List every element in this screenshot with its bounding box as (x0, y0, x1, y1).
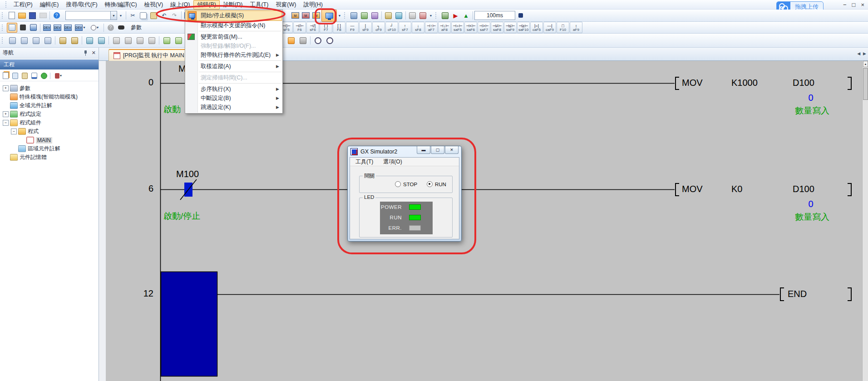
program-check-icon[interactable] (349, 11, 359, 20)
new-project-icon[interactable] (7, 11, 16, 20)
scroll-up-icon[interactable]: ▲ (863, 61, 868, 67)
radio-stop[interactable]: STOP (395, 181, 417, 187)
ladder-pulse-up-button[interactable]: ↑sF7 (399, 22, 411, 33)
tab-scroll-left-icon[interactable]: ◀ (857, 51, 860, 56)
ladder-delete-vline-button[interactable]: ┘cF10 (385, 22, 398, 33)
step-marker-icon[interactable]: ▲ (461, 11, 471, 20)
close-icon[interactable]: ✕ (92, 50, 96, 56)
pin-icon[interactable] (82, 50, 89, 56)
ladder-compare-gt-button[interactable]: ⊣>⊢saF7 (478, 22, 490, 33)
tree-item-parameter[interactable]: +參數 (0, 84, 99, 93)
tree-item-local-comment[interactable]: 區域元件註解 (0, 144, 99, 153)
menu-help[interactable]: 說明(H) (300, 0, 326, 10)
tree-item-global-comment[interactable]: 全域元件註解 (0, 101, 99, 110)
device-monitor-icon[interactable]: DEV▼ (74, 23, 87, 32)
ladder-compare-ne-button[interactable]: ⊣≠⊢saF8 (491, 22, 503, 33)
save-icon[interactable] (28, 11, 37, 20)
insert-row-icon[interactable] (7, 35, 18, 46)
menu-diagnostics[interactable]: 診斷(D) (220, 0, 246, 10)
ladder-converge-button[interactable]: —|caF9 (543, 22, 556, 33)
delete-line-icon[interactable] (69, 35, 80, 46)
scrollbar-thumb[interactable] (863, 68, 868, 100)
tree-item-pou[interactable]: −程式組件 (0, 119, 99, 127)
monitor-stop-icon[interactable]: M (301, 11, 311, 20)
minimize-icon[interactable]: ▬ (417, 146, 430, 154)
watch-window-icon[interactable] (440, 11, 450, 20)
monitor-write-mode-icon[interactable] (146, 35, 157, 46)
copy-block-icon[interactable] (84, 35, 95, 46)
menu-tools[interactable]: 工具(T) (246, 0, 272, 10)
insert-column-icon[interactable] (30, 35, 41, 46)
ladder-close-branch-button[interactable]: ⊣/|sF6 (306, 22, 319, 33)
zoom-icon[interactable] (408, 11, 417, 20)
navigation-toggle-icon[interactable] (7, 23, 17, 33)
expand-icon[interactable]: + (3, 111, 9, 117)
options-icon[interactable] (297, 35, 308, 46)
ladder-pulse-down-button[interactable]: ↓sF8 (412, 22, 424, 33)
menu-find-replace[interactable]: 搜尋/取代(F) (62, 0, 101, 10)
find-device-icon[interactable]: ▼ (88, 23, 102, 32)
highlight-icon[interactable] (286, 35, 296, 46)
menu-item-show-unsupported[interactable]: 顯示模擬不支援的指令(N) (185, 21, 282, 30)
tree-item-device-memory[interactable]: 元件記憶體 (0, 153, 99, 162)
ladder-open-branch-button[interactable]: ⊣/⊢F6 (293, 22, 306, 33)
gx-simulator2-window[interactable]: GX Simulator2 ▬ ▢ ✕ 工具(T) 選項(O) 開關 STOP … (347, 146, 462, 242)
new-item-icon[interactable] (1, 72, 10, 80)
monitor-write-icon[interactable]: W (311, 11, 321, 20)
maximize-icon[interactable]: ▢ (431, 146, 444, 154)
vertical-scrollbar[interactable]: ▲ (862, 61, 868, 381)
device-comment-icon[interactable]: DEV (42, 23, 52, 32)
toolbar-overflow-icon[interactable]: ▼ (118, 11, 124, 20)
comment-edit-icon[interactable] (161, 35, 172, 46)
paste-icon[interactable] (149, 11, 158, 20)
function-block-icon[interactable] (18, 23, 28, 32)
undo-icon[interactable]: ↶ (159, 11, 169, 20)
statement-display-icon[interactable] (394, 11, 404, 20)
close-icon[interactable]: × (861, 1, 864, 8)
property-icon[interactable] (30, 72, 39, 80)
copy-icon[interactable] (138, 11, 148, 20)
zoom-out-icon[interactable] (324, 35, 335, 46)
open-project-icon[interactable] (17, 11, 27, 20)
radio-run[interactable]: RUN (427, 181, 446, 187)
menu-convert-compile[interactable]: 轉換/編譯(C) (101, 0, 141, 10)
menu-item-skip-setting[interactable]: 跳過設定(K)▶ (185, 103, 282, 112)
device-display-icon[interactable] (418, 11, 428, 20)
statement-edit-icon[interactable] (173, 35, 184, 46)
expand-icon[interactable]: + (3, 85, 9, 91)
tab-scroll-right-icon[interactable]: ▶ (863, 51, 866, 56)
tree-item-main[interactable]: MAIN (0, 136, 99, 144)
restore-icon[interactable]: □ (852, 1, 856, 8)
menu-project[interactable]: 工程(P) (10, 0, 36, 10)
menu-edit[interactable]: 編輯(E) (36, 0, 63, 10)
simulator-menu-tools[interactable]: 工具(T) (355, 158, 373, 166)
tab-prg-monitor-main[interactable]: [PRG]監視 執行中 MAIN (108, 49, 189, 61)
edit-line-icon[interactable] (57, 35, 68, 46)
menu-item-sampling-trace[interactable]: 取樣追蹤(A)▶ (185, 62, 282, 71)
paste-item-icon[interactable] (20, 72, 29, 80)
monitor-start-icon[interactable]: M (291, 11, 300, 20)
ladder-compare-eq-button[interactable]: ⊣=⊢saF5 (451, 22, 464, 33)
output-window-icon[interactable] (29, 23, 38, 32)
start-stop-simulation-button[interactable] (321, 10, 337, 22)
ladder-edge-button[interactable]: ↕aF9 (570, 22, 582, 33)
chevron-down-icon[interactable]: ▼ (429, 11, 433, 20)
comment-display-icon[interactable] (384, 11, 393, 20)
filter-icon[interactable]: ▼ (52, 72, 65, 80)
ladder-invert-button[interactable]: |=|caF5 (530, 22, 543, 33)
ladder-hline-button[interactable]: —F9 (346, 22, 359, 33)
write-mode-icon[interactable] (123, 35, 133, 46)
ladder-vline-button[interactable]: |sF9 (359, 22, 372, 33)
ladder-application-button[interactable]: [ ]F8 (333, 22, 345, 33)
tree-item-program[interactable]: −程式 (0, 127, 99, 136)
zoom-in-icon[interactable] (312, 35, 323, 46)
minimize-icon[interactable]: − (843, 1, 847, 8)
menu-item-start-stop-simulation[interactable]: 開始/停止模擬(S) (186, 11, 281, 20)
menu-item-change-current-value[interactable]: 變更當前值(M)... (185, 32, 282, 41)
tree-item-program-setting[interactable]: +程式設定 (0, 110, 99, 119)
menu-item-device-test-condition[interactable]: 附帶執行條件的元件測試(E)▶ (185, 50, 282, 59)
menu-item-break-setting[interactable]: 中斷設定(B)▶ (185, 94, 282, 103)
scan-time-combo[interactable]: 100ms (474, 11, 515, 20)
ladder-compare-le-button[interactable]: ⊣≤⊢saF9 (504, 22, 517, 33)
copy-item-icon[interactable] (11, 72, 20, 80)
